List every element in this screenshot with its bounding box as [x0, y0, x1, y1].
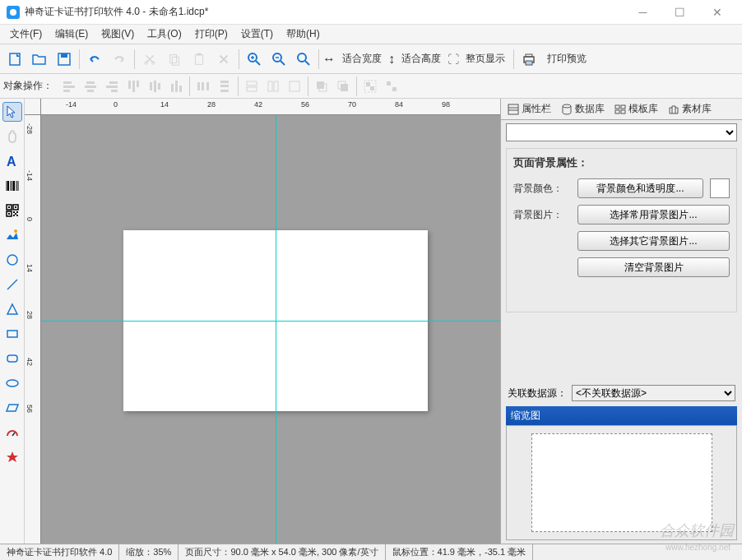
menu-settings[interactable]: 设置(T)	[234, 25, 280, 43]
svg-rect-58	[387, 81, 391, 86]
svg-rect-21	[526, 61, 532, 65]
menu-help[interactable]: 帮助(H)	[280, 25, 327, 43]
cut-button[interactable]	[138, 48, 161, 71]
datasource-select[interactable]: <不关联数据源>	[572, 385, 735, 401]
toolbar-separator	[356, 76, 357, 96]
svg-rect-69	[8, 206, 10, 208]
zoom-reset-button[interactable]	[292, 48, 315, 71]
new-button[interactable]	[3, 48, 26, 71]
tab-database[interactable]: 数据库	[556, 100, 610, 118]
print-preview-icon	[517, 48, 540, 71]
svg-rect-43	[220, 81, 229, 83]
toolbar-separator	[308, 76, 308, 96]
svg-rect-24	[63, 90, 70, 92]
menu-view[interactable]: 视图(V)	[95, 25, 141, 43]
copy-button[interactable]	[163, 48, 186, 71]
menu-print[interactable]: 打印(P)	[188, 25, 234, 43]
svg-rect-90	[615, 105, 619, 109]
datasource-label: 关联数据源：	[508, 386, 567, 400]
svg-rect-34	[150, 82, 152, 90]
full-page-icon: ⛶	[448, 53, 459, 66]
tab-properties[interactable]: 属性栏	[503, 100, 556, 118]
svg-rect-33	[137, 81, 139, 87]
tab-templates[interactable]: 模板库	[610, 100, 663, 118]
svg-rect-91	[621, 105, 625, 109]
svg-rect-3	[61, 53, 67, 58]
menu-edit[interactable]: 编辑(E)	[49, 25, 95, 43]
zoom-out-button[interactable]	[267, 48, 290, 71]
background-section: 页面背景属性： 背景颜色： 背景颜色和透明度... 背景图片： 选择常用背景图片…	[506, 148, 737, 312]
vertical-guide[interactable]	[276, 115, 276, 544]
save-button[interactable]	[53, 48, 76, 71]
qrcode-tool[interactable]	[2, 201, 22, 220]
svg-rect-53	[341, 84, 348, 91]
delete-button[interactable]	[212, 48, 235, 71]
canvas-viewport[interactable]	[41, 115, 500, 544]
svg-rect-82	[7, 331, 17, 337]
bg-color-button[interactable]: 背景颜色和透明度...	[577, 178, 703, 198]
text-tool[interactable]: A	[2, 151, 22, 171]
line-tool[interactable]	[2, 275, 22, 294]
main-toolbar: ↔ 适合宽度 ↕ 适合高度 ⛶ 整页显示 打印预览	[0, 44, 742, 74]
tab-materials[interactable]: 素材库	[663, 100, 716, 118]
ellipse-tool[interactable]	[2, 373, 22, 393]
triangle-tool[interactable]	[2, 299, 22, 319]
svg-rect-71	[15, 206, 16, 208]
svg-rect-48	[268, 81, 272, 91]
object-selector[interactable]	[506, 123, 737, 141]
circle-outline-tool[interactable]	[2, 250, 22, 270]
rounded-rect-tool[interactable]	[2, 349, 22, 368]
canvas-area: -14 0 14 28 42 56 70 84 98 -28 -14 0 14 …	[25, 99, 500, 544]
toolbar-separator	[189, 76, 190, 96]
svg-rect-78	[16, 215, 18, 216]
menu-tools[interactable]: 工具(O)	[141, 25, 188, 43]
fit-width-button[interactable]: 适合宽度	[342, 52, 382, 66]
distribute-h-button	[193, 76, 213, 96]
svg-rect-45	[220, 90, 229, 92]
toolbar-separator	[79, 49, 80, 69]
svg-rect-86	[508, 104, 518, 114]
svg-rect-7	[172, 57, 179, 65]
maximize-button[interactable]: ☐	[661, 0, 698, 25]
gauge-tool[interactable]	[2, 423, 22, 442]
rectangle-tool[interactable]	[2, 324, 22, 344]
same-height-button	[263, 76, 283, 96]
align-middle-button	[145, 76, 165, 96]
svg-point-84	[7, 380, 18, 386]
menu-file[interactable]: 文件(F)	[3, 25, 49, 43]
zoom-in-button[interactable]	[243, 48, 266, 71]
svg-rect-35	[154, 81, 156, 92]
bg-image-clear-button[interactable]: 清空背景图片	[577, 257, 730, 277]
bg-image-other-button[interactable]: 选择其它背景图片...	[577, 231, 730, 251]
align-top-button	[123, 76, 143, 96]
paste-button[interactable]	[188, 48, 211, 71]
svg-line-85	[12, 433, 15, 436]
window-controls: ─ ☐ ✕	[624, 0, 735, 25]
barcode-tool[interactable]	[2, 176, 22, 196]
full-page-button[interactable]: 整页显示	[466, 52, 505, 66]
print-preview-button[interactable]: 打印预览	[547, 52, 587, 66]
pan-tool[interactable]	[2, 127, 22, 146]
image-tool[interactable]	[2, 225, 22, 245]
svg-line-11	[256, 61, 260, 65]
horizontal-ruler[interactable]: -14 0 14 28 42 56 70 84 98	[41, 99, 500, 115]
svg-rect-57	[370, 86, 374, 90]
svg-rect-8	[196, 54, 203, 64]
vertical-ruler[interactable]: -28 -14 0 14 28 42 56	[25, 115, 41, 544]
bg-color-swatch[interactable]	[710, 178, 730, 198]
fit-height-button[interactable]: 适合高度	[401, 52, 441, 66]
close-button[interactable]: ✕	[698, 0, 735, 25]
bg-image-common-button[interactable]: 选择常用背景图片...	[577, 205, 730, 224]
horizontal-guide[interactable]	[41, 321, 500, 322]
star-tool[interactable]	[2, 447, 22, 467]
parallelogram-tool[interactable]	[2, 398, 22, 418]
redo-button[interactable]	[108, 48, 131, 71]
svg-point-0	[10, 9, 16, 16]
open-button[interactable]	[28, 48, 51, 71]
undo-button[interactable]	[83, 48, 106, 71]
thumbnail-preview[interactable]	[531, 433, 712, 532]
toolbar-separator	[239, 49, 239, 69]
svg-point-89	[563, 104, 571, 108]
minimize-button[interactable]: ─	[624, 0, 661, 25]
select-tool[interactable]	[2, 102, 22, 122]
